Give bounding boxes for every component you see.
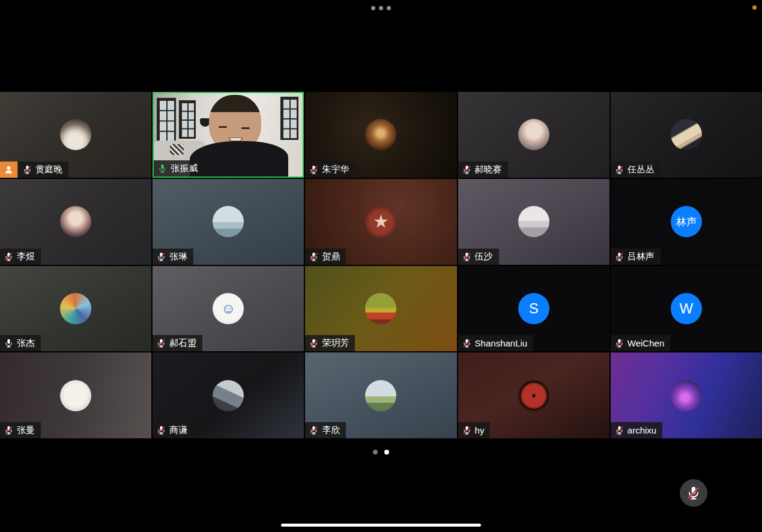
mic-muted-icon: [309, 165, 319, 175]
mic-muted-icon: [462, 425, 472, 435]
participant-name-tag: 郝石盟: [153, 335, 202, 351]
participant-name: WeiChen: [627, 338, 664, 348]
participant-name-tag: 张琳: [153, 249, 193, 265]
autumn-temple-photo-avatar: [365, 293, 396, 324]
red-seal-avatar: [518, 380, 549, 411]
participant-tile[interactable]: 荣玥芳: [305, 266, 456, 352]
participant-tile[interactable]: 张杰: [0, 266, 151, 352]
mic-muted-icon: [156, 425, 166, 435]
participant-name-tag: 黄庭晚: [19, 162, 68, 178]
participant-name: 郝晓赛: [475, 164, 502, 175]
participant-tile[interactable]: W WeiChen: [611, 266, 762, 352]
participant-name-tag: 伍沙: [458, 249, 499, 265]
participant-tile[interactable]: ★ 贺鼎: [305, 179, 456, 265]
colorful-art-avatar: [60, 293, 91, 324]
participant-name: 伍沙: [475, 251, 493, 262]
participant-name: 张曼: [17, 425, 35, 436]
participant-tile[interactable]: 商谦: [153, 352, 304, 438]
participant-tile[interactable]: 李煜: [0, 179, 151, 265]
participant-name-tag: 朱宇华: [305, 162, 355, 178]
mic-muted-icon: [156, 338, 166, 348]
participant-name-tag: WeiChen: [611, 335, 670, 351]
participant-name: 荣玥芳: [322, 337, 349, 349]
landscape-photo-avatar: [365, 380, 396, 411]
mic-muted-icon: [614, 338, 624, 348]
initials-avatar: S: [518, 293, 549, 324]
participant-name: 贺鼎: [322, 251, 340, 262]
participant-name-tag: 张曼: [0, 422, 41, 438]
cliff-photo-avatar: [213, 380, 244, 411]
mic-muted-icon: [686, 485, 701, 501]
participant-tile[interactable]: 张曼: [0, 352, 151, 438]
concert-photo-avatar: [671, 380, 702, 411]
window-menu-dots[interactable]: [0, 6, 762, 10]
mic-muted-icon: [462, 338, 472, 348]
participant-name: 李欣: [322, 425, 340, 436]
participant-tile[interactable]: 李欣: [305, 352, 456, 438]
mic-muted-icon: [309, 252, 319, 262]
page-dot[interactable]: [373, 450, 378, 455]
participant-tile[interactable]: hy: [458, 352, 609, 438]
mic-muted-icon: [22, 165, 32, 175]
participant-name-tag: 郝晓赛: [458, 162, 508, 178]
participant-tile[interactable]: 任丛丛: [611, 92, 762, 178]
corridor-photo-avatar: [365, 119, 396, 150]
red-star-avatar: ★: [365, 206, 396, 237]
participant-name-tag: archixu: [611, 422, 662, 438]
participant-name-tag: hy: [458, 422, 491, 438]
participant-name: 郝石盟: [169, 337, 196, 349]
mic-muted-icon: [309, 338, 319, 348]
participant-tile[interactable]: 张琳: [153, 179, 304, 265]
portrait-photo-avatar: [60, 206, 91, 237]
status-indicator-dot: [752, 5, 757, 10]
unmute-button[interactable]: [680, 479, 707, 507]
mic-on-icon: [4, 338, 14, 348]
participant-name: 商谦: [169, 425, 187, 436]
participant-tile[interactable]: 黄庭晚: [0, 92, 151, 178]
participant-tile[interactable]: 林声 吕林声: [611, 179, 762, 265]
participant-tile[interactable]: S ShanshanLiu: [458, 266, 609, 352]
sketch-avatar: [60, 380, 91, 411]
participant-name: archixu: [627, 425, 656, 435]
initials-avatar: 林声: [671, 206, 702, 237]
participant-name: 张振威: [171, 163, 198, 174]
participant-tile[interactable]: 朱宇华: [305, 92, 456, 178]
hand-photo-avatar: [671, 119, 702, 150]
cat-photo-avatar: [60, 119, 91, 150]
mic-muted-icon: [309, 425, 319, 435]
participant-tile[interactable]: ☺ 郝石盟: [153, 266, 304, 352]
mic-muted-icon: [614, 252, 624, 262]
participant-name-tag: ShanshanLiu: [458, 335, 534, 351]
participant-name: 李煜: [17, 251, 35, 262]
mic-muted-icon: [462, 252, 472, 262]
participant-name-tag: 张振威: [154, 160, 204, 177]
participant-name-tag: 李煜: [0, 249, 41, 265]
mic-muted-icon: [156, 252, 166, 262]
mic-muted-icon: [614, 425, 624, 435]
mic-muted-icon: [462, 165, 472, 175]
participant-name-tag: 张杰: [0, 335, 41, 351]
participant-name-tag: 贺鼎: [305, 249, 346, 265]
participant-tile[interactable]: 郝晓赛: [458, 92, 609, 178]
participant-name: hy: [475, 425, 485, 435]
home-indicator[interactable]: [281, 524, 481, 527]
mic-muted-icon: [614, 165, 624, 175]
sketch-avatar: ☺: [213, 293, 244, 324]
portrait-photo-avatar: [518, 119, 549, 150]
seascape-photo-avatar: [213, 206, 244, 237]
page-dot[interactable]: [384, 450, 389, 455]
snow-scene-photo-avatar: [518, 206, 549, 237]
video-grid: 黄庭晚 张振威 朱宇华 郝晓赛: [0, 92, 762, 438]
participant-name-tag: 李欣: [305, 422, 346, 438]
mic-muted-icon: [4, 252, 14, 262]
participant-name: ShanshanLiu: [475, 338, 528, 348]
initials-avatar: W: [671, 293, 702, 324]
participant-tile[interactable]: archixu: [611, 352, 762, 438]
participant-name-tag: 吕林声: [611, 249, 661, 265]
participant-tile[interactable]: 伍沙: [458, 179, 609, 265]
participant-name: 任丛丛: [627, 164, 655, 175]
mic-muted-icon: [4, 425, 14, 435]
participant-tile[interactable]: 张振威: [153, 92, 304, 178]
participant-name-tag: 任丛丛: [611, 162, 661, 178]
participant-name: 张琳: [169, 251, 187, 262]
